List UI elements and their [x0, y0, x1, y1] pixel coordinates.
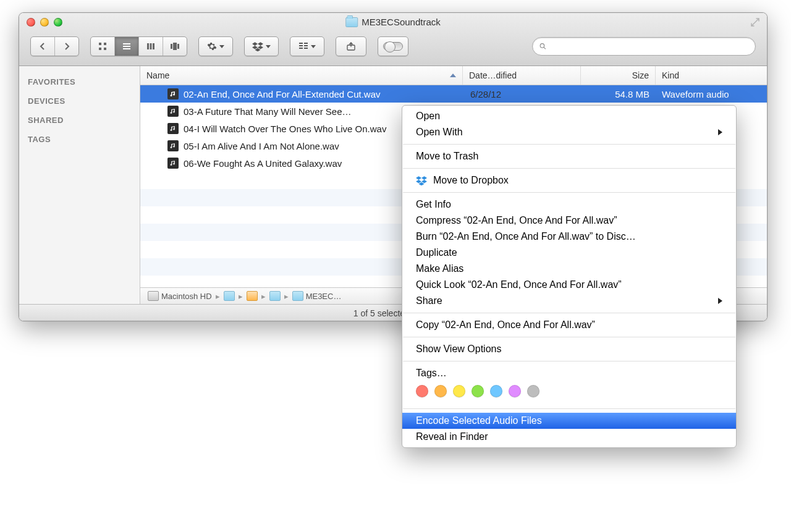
search-icon	[539, 42, 547, 51]
svg-rect-4	[123, 43, 130, 44]
ctx-duplicate[interactable]: Duplicate	[402, 245, 736, 261]
file-name: 06-We Fought As A United Galaxy.wav	[184, 158, 342, 169]
minimize-window-button[interactable]	[40, 18, 49, 27]
toolbar	[30, 36, 756, 56]
edit-tags-button[interactable]	[378, 37, 408, 56]
ctx-separator	[403, 408, 735, 409]
close-window-button[interactable]	[27, 18, 35, 27]
svg-rect-16	[304, 43, 308, 44]
disk-icon	[148, 291, 159, 301]
ctx-compress[interactable]: Compress “02-An End, Once And For All.wa…	[402, 213, 736, 229]
ctx-get-info[interactable]: Get Info	[402, 196, 736, 213]
svg-rect-7	[147, 43, 149, 49]
chevron-down-icon	[219, 45, 224, 48]
sidebar-section-devices[interactable]: DEVICES	[19, 90, 140, 109]
context-menu: Open Open With Move to Trash Move to Dro…	[402, 105, 737, 448]
crumb-separator: ▸	[261, 292, 266, 301]
path-crumb[interactable]: Macintosh HD	[148, 291, 212, 301]
action-menu[interactable]	[198, 36, 233, 56]
tag-color-red[interactable]	[416, 385, 428, 397]
ctx-open[interactable]: Open	[402, 108, 736, 124]
svg-rect-8	[150, 43, 152, 49]
column-view-button[interactable]	[139, 37, 163, 56]
sidebar: FAVORITES DEVICES SHARED TAGS	[19, 66, 140, 304]
tag-color-green[interactable]	[472, 385, 484, 397]
column-header-name-label: Name	[146, 70, 169, 80]
ctx-quick-look[interactable]: Quick Look “02-An End, Once And For All.…	[402, 277, 736, 293]
dropbox-toolbar[interactable]	[244, 36, 279, 56]
fullscreen-icon[interactable]	[750, 17, 761, 28]
ctx-label: Open With	[416, 127, 463, 138]
arrange-button[interactable]	[290, 37, 324, 56]
file-name: 03-A Future That Many Will Never See…	[184, 106, 352, 117]
file-kind: Waveform audio	[656, 89, 767, 99]
gear-icon	[207, 41, 217, 51]
path-crumb[interactable]: ME3EC…	[292, 291, 342, 301]
path-crumb[interactable]	[224, 291, 235, 301]
coverflow-view-button[interactable]	[163, 37, 187, 56]
column-header-date[interactable]: Date…dified	[463, 66, 581, 85]
tag-color-orange[interactable]	[434, 385, 447, 397]
ctx-separator	[403, 361, 735, 361]
ctx-separator	[403, 168, 735, 169]
sidebar-section-favorites[interactable]: FAVORITES	[19, 71, 140, 90]
ctx-move-to-dropbox[interactable]: Move to Dropbox	[402, 172, 736, 188]
back-button[interactable]	[31, 37, 55, 56]
crumb-separator: ▸	[216, 292, 220, 301]
ctx-move-to-trash[interactable]: Move to Trash	[402, 148, 736, 164]
forward-button[interactable]	[55, 37, 78, 56]
ctx-make-alias[interactable]: Make Alias	[402, 261, 736, 277]
path-crumb[interactable]	[247, 291, 258, 301]
ctx-reveal-in-finder[interactable]: Reveal in Finder	[402, 429, 736, 445]
ctx-separator	[403, 337, 735, 337]
column-header-kind[interactable]: Kind	[656, 66, 767, 85]
list-view-button[interactable]	[115, 37, 139, 56]
nav-back-forward	[30, 36, 79, 56]
gear-menu-button[interactable]	[199, 37, 232, 56]
zoom-window-button[interactable]	[54, 18, 62, 27]
path-crumb[interactable]	[269, 291, 281, 301]
edit-tags-toolbar[interactable]	[378, 36, 408, 56]
folder-icon	[345, 17, 358, 27]
ctx-separator	[403, 192, 735, 193]
ctx-burn[interactable]: Burn “02-An End, Once And For All.wav” t…	[402, 229, 736, 245]
sort-indicator-icon	[450, 74, 456, 77]
share-toolbar[interactable]	[336, 36, 366, 56]
dropbox-menu-button[interactable]	[245, 37, 278, 56]
svg-rect-0	[99, 43, 101, 45]
column-header-name[interactable]: Name	[140, 66, 463, 85]
window-title: ME3ECSoundtrack	[345, 17, 441, 27]
ctx-copy[interactable]: Copy “02-An End, Once And For All.wav”	[402, 317, 736, 333]
arrange-menu[interactable]	[290, 36, 324, 56]
ctx-open-with[interactable]: Open With	[402, 124, 736, 140]
ctx-share[interactable]: Share	[402, 293, 736, 309]
ctx-encode-audio[interactable]: Encode Selected Audio Files	[402, 413, 736, 429]
column-header-size[interactable]: Size	[581, 66, 656, 85]
audio-file-icon	[167, 158, 179, 169]
toggle-icon	[383, 42, 403, 51]
ctx-view-options[interactable]: Show View Options	[402, 341, 736, 357]
sidebar-section-shared[interactable]: SHARED	[19, 109, 140, 129]
search-input[interactable]	[551, 41, 749, 52]
search-field[interactable]	[532, 37, 756, 56]
svg-rect-6	[123, 48, 130, 49]
window-traffic-lights	[27, 18, 62, 27]
tag-color-purple[interactable]	[509, 385, 521, 397]
svg-rect-12	[177, 44, 179, 49]
tag-color-gray[interactable]	[527, 385, 539, 397]
view-mode-segment	[90, 36, 187, 56]
dropbox-icon	[252, 41, 263, 51]
icon-view-button[interactable]	[91, 37, 115, 56]
ctx-tags[interactable]: Tags…	[402, 365, 736, 381]
tag-color-blue[interactable]	[490, 385, 502, 397]
svg-rect-18	[304, 48, 308, 49]
audio-file-icon	[167, 123, 179, 134]
crumb-separator: ▸	[239, 292, 243, 301]
svg-rect-17	[304, 45, 308, 46]
svg-rect-5	[123, 46, 130, 47]
file-row[interactable]: 02-An End, Once And For All-Extended Cut…	[140, 85, 767, 103]
tag-color-yellow[interactable]	[453, 385, 465, 397]
sidebar-section-tags[interactable]: TAGS	[19, 129, 140, 148]
share-button[interactable]	[336, 37, 366, 56]
file-name: 02-An End, Once And For All-Extended Cut…	[184, 89, 381, 99]
